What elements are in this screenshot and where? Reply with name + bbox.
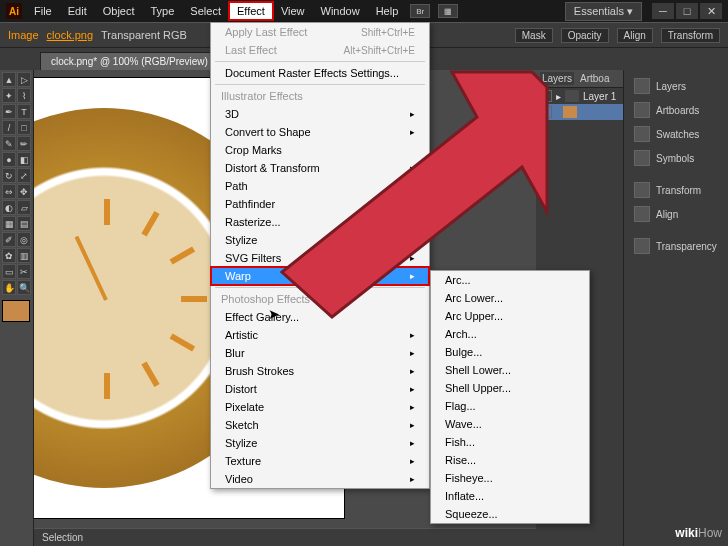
layer-row[interactable]: ▸ Layer 1 xyxy=(536,88,623,104)
menu-artistic[interactable]: Artistic xyxy=(211,326,429,344)
menu-rasterize[interactable]: Rasterize... xyxy=(211,213,429,231)
tab-artboards[interactable]: Artboa xyxy=(578,72,611,85)
line-tool[interactable]: / xyxy=(2,120,16,135)
artboard-tool[interactable]: ▭ xyxy=(2,264,16,279)
header-photoshop-effects: Photoshop Effects xyxy=(211,290,429,308)
fill-stroke-swatch[interactable] xyxy=(2,300,30,322)
menu-stylize-ai[interactable]: Stylize xyxy=(211,231,429,249)
free-transform-tool[interactable]: ✥ xyxy=(17,184,31,199)
panel-artboards[interactable]: Artboards xyxy=(628,98,724,122)
symbol-tool[interactable]: ✿ xyxy=(2,248,16,263)
layer-row[interactable] xyxy=(536,104,623,120)
graph-tool[interactable]: ▥ xyxy=(17,248,31,263)
visibility-icon[interactable] xyxy=(540,90,552,102)
menu-video[interactable]: Video xyxy=(211,470,429,488)
control-transform[interactable]: Transform xyxy=(661,28,720,43)
control-mode: Transparent RGB xyxy=(101,29,187,41)
menu-object[interactable]: Object xyxy=(95,2,143,20)
type-tool[interactable]: T xyxy=(17,104,31,119)
panel-symbols[interactable]: Symbols xyxy=(628,146,724,170)
menu-crop-marks[interactable]: Crop Marks xyxy=(211,141,429,159)
minimize-button[interactable]: ─ xyxy=(652,3,674,19)
width-tool[interactable]: ⇔ xyxy=(2,184,16,199)
menu-blur[interactable]: Blur xyxy=(211,344,429,362)
control-align[interactable]: Align xyxy=(617,28,653,43)
warp-arc-upper[interactable]: Arc Upper... xyxy=(431,307,589,325)
warp-arch[interactable]: Arch... xyxy=(431,325,589,343)
rotate-tool[interactable]: ↻ xyxy=(2,168,16,183)
menu-help[interactable]: Help xyxy=(368,2,407,20)
warp-bulge[interactable]: Bulge... xyxy=(431,343,589,361)
menu-pathfinder[interactable]: Pathfinder xyxy=(211,195,429,213)
control-opacity[interactable]: Opacity xyxy=(561,28,609,43)
menu-distort-transform[interactable]: Distort & Transform xyxy=(211,159,429,177)
menu-texture[interactable]: Texture xyxy=(211,452,429,470)
visibility-icon[interactable] xyxy=(540,106,552,118)
warp-arc[interactable]: Arc... xyxy=(431,271,589,289)
bridge-icon[interactable]: Br xyxy=(410,4,430,18)
control-mask[interactable]: Mask xyxy=(515,28,553,43)
pen-tool[interactable]: ✒ xyxy=(2,104,16,119)
panel-transform[interactable]: Transform xyxy=(628,178,724,202)
menu-view[interactable]: View xyxy=(273,2,313,20)
panel-swatches[interactable]: Swatches xyxy=(628,122,724,146)
menu-path[interactable]: Path xyxy=(211,177,429,195)
panel-layers[interactable]: Layers xyxy=(628,74,724,98)
warp-squeeze[interactable]: Squeeze... xyxy=(431,505,589,523)
warp-arc-lower[interactable]: Arc Lower... xyxy=(431,289,589,307)
hand-tool[interactable]: ✋ xyxy=(2,280,16,295)
menu-type[interactable]: Type xyxy=(143,2,183,20)
warp-shell-upper[interactable]: Shell Upper... xyxy=(431,379,589,397)
zoom-tool[interactable]: 🔍 xyxy=(17,280,31,295)
brush-tool[interactable]: ✎ xyxy=(2,136,16,151)
mesh-tool[interactable]: ▦ xyxy=(2,216,16,231)
document-tab[interactable]: clock.png* @ 100% (RGB/Preview) xyxy=(40,52,219,70)
menu-distort-ps[interactable]: Distort xyxy=(211,380,429,398)
control-filename[interactable]: clock.png xyxy=(47,29,93,41)
menu-window[interactable]: Window xyxy=(313,2,368,20)
maximize-button[interactable]: □ xyxy=(676,3,698,19)
scale-tool[interactable]: ⤢ xyxy=(17,168,31,183)
shape-builder-tool[interactable]: ◐ xyxy=(2,200,16,215)
warp-fisheye[interactable]: Fisheye... xyxy=(431,469,589,487)
blob-tool[interactable]: ● xyxy=(2,152,16,167)
menu-sketch[interactable]: Sketch xyxy=(211,416,429,434)
eraser-tool[interactable]: ◧ xyxy=(17,152,31,167)
menu-file[interactable]: File xyxy=(26,2,60,20)
warp-shell-lower[interactable]: Shell Lower... xyxy=(431,361,589,379)
warp-rise[interactable]: Rise... xyxy=(431,451,589,469)
warp-fish[interactable]: Fish... xyxy=(431,433,589,451)
tab-layers[interactable]: Layers xyxy=(540,72,574,85)
gradient-tool[interactable]: ▤ xyxy=(17,216,31,231)
blend-tool[interactable]: ◎ xyxy=(17,232,31,247)
warp-wave[interactable]: Wave... xyxy=(431,415,589,433)
direct-selection-tool[interactable]: ▷ xyxy=(17,72,31,87)
menu-convert-to-shape[interactable]: Convert to Shape xyxy=(211,123,429,141)
menu-effect[interactable]: Effect xyxy=(229,2,273,20)
lasso-tool[interactable]: ⌇ xyxy=(17,88,31,103)
panel-align[interactable]: Align xyxy=(628,202,724,226)
menu-3d[interactable]: 3D xyxy=(211,105,429,123)
menu-warp[interactable]: Warp xyxy=(211,267,429,285)
workspace-switcher[interactable]: Essentials ▾ xyxy=(565,2,642,21)
menu-effect-gallery[interactable]: Effect Gallery... xyxy=(211,308,429,326)
selection-tool[interactable]: ▲ xyxy=(2,72,16,87)
menu-doc-raster[interactable]: Document Raster Effects Settings... xyxy=(211,64,429,82)
menu-stylize-ps[interactable]: Stylize xyxy=(211,434,429,452)
magic-wand-tool[interactable]: ✦ xyxy=(2,88,16,103)
panel-transparency[interactable]: Transparency xyxy=(628,234,724,258)
grid-icon[interactable]: ▦ xyxy=(438,4,458,18)
close-button[interactable]: ✕ xyxy=(700,3,722,19)
eyedropper-tool[interactable]: ✐ xyxy=(2,232,16,247)
menu-pixelate[interactable]: Pixelate xyxy=(211,398,429,416)
pencil-tool[interactable]: ✏ xyxy=(17,136,31,151)
slice-tool[interactable]: ✂ xyxy=(17,264,31,279)
warp-inflate[interactable]: Inflate... xyxy=(431,487,589,505)
menu-brush-strokes[interactable]: Brush Strokes xyxy=(211,362,429,380)
perspective-tool[interactable]: ▱ xyxy=(17,200,31,215)
warp-flag[interactable]: Flag... xyxy=(431,397,589,415)
menu-svg-filters[interactable]: SVG Filters xyxy=(211,249,429,267)
rectangle-tool[interactable]: □ xyxy=(17,120,31,135)
menu-edit[interactable]: Edit xyxy=(60,2,95,20)
menu-select[interactable]: Select xyxy=(182,2,229,20)
